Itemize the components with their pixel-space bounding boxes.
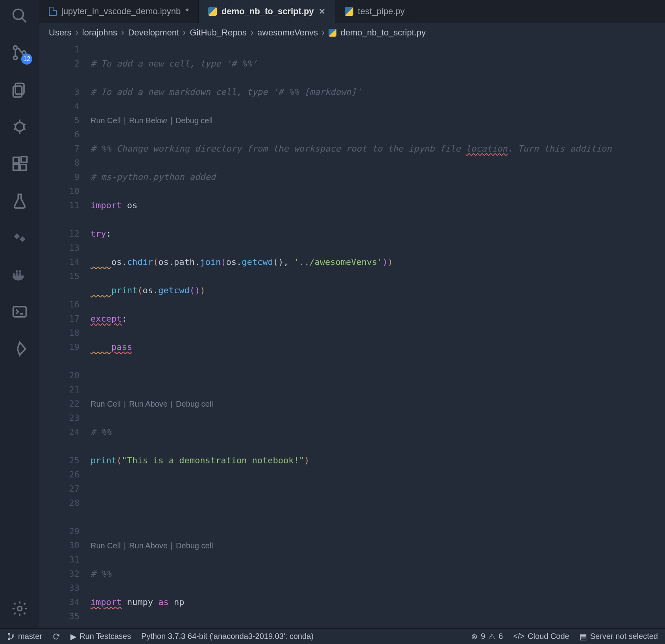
editor-area: jupyter_in_vscode_demo.ipynb* demo_nb_to…: [39, 0, 665, 628]
error-icon: ⊗: [471, 632, 478, 641]
run-testcases[interactable]: ▶ Run Testcases: [70, 632, 131, 641]
terminal-icon[interactable]: [11, 303, 28, 322]
code-line: os.chdir(os.path.join(os.getcwd(), '../a…: [91, 255, 665, 269]
code-line: import os: [91, 198, 665, 213]
code-content[interactable]: # To add a new cell, type '# %%' # To ad…: [91, 43, 665, 628]
jupyter-server[interactable]: ▤ Server not selected: [580, 632, 658, 641]
svg-rect-20: [19, 273, 21, 276]
tab-label: test_pipe.py: [358, 6, 405, 17]
activity-bar: 12: [0, 0, 39, 628]
beaker-icon[interactable]: [11, 192, 28, 211]
extensions-icon[interactable]: [11, 155, 28, 174]
codelens[interactable]: Run Cell|Run Below|Debug cell: [91, 113, 665, 128]
svg-point-7: [15, 122, 24, 131]
svg-point-24: [18, 607, 22, 611]
svg-point-25: [8, 633, 10, 635]
python-icon: [345, 7, 353, 16]
code-editor[interactable]: 1 2 3 4 5 6 7 8 9 10 11 12 13 14 15: [39, 43, 665, 628]
code-line: # ms-python.python added: [91, 170, 665, 184]
tab-test-pipe[interactable]: test_pipe.py: [335, 0, 415, 23]
status-bar: master ▶ Run Testcases Python 3.7.3 64-b…: [0, 628, 665, 644]
main-row: 12: [0, 0, 665, 628]
debug-icon[interactable]: [11, 118, 28, 137]
code-line: [91, 368, 665, 383]
code-line: # To add a new cell, type '# %%': [91, 57, 665, 71]
problems[interactable]: ⊗ 9 ⚠ 6: [471, 632, 503, 641]
kite-icon[interactable]: [11, 340, 28, 359]
cloud-code[interactable]: </> Cloud Code: [513, 632, 569, 641]
code-line: import numpy as np: [91, 595, 665, 609]
breadcrumb-seg[interactable]: GitHub_Repos: [190, 28, 246, 38]
close-icon[interactable]: ✕: [319, 7, 325, 16]
svg-rect-15: [13, 165, 19, 170]
svg-rect-5: [15, 83, 24, 94]
svg-rect-23: [13, 307, 26, 317]
code-line: # To add a new markdown cell, type '# %%…: [91, 85, 665, 99]
chevron-icon: ›: [121, 28, 124, 38]
svg-point-3: [13, 56, 17, 59]
docker-icon[interactable]: [11, 266, 28, 285]
code-line: [91, 482, 665, 496]
line-gutter: 1 2 3 4 5 6 7 8 9 10 11 12 13 14 15: [39, 43, 91, 628]
explorer-icon[interactable]: [11, 81, 28, 100]
svg-point-27: [12, 635, 14, 636]
svg-rect-21: [16, 270, 18, 273]
git-branch[interactable]: master: [7, 632, 42, 641]
modified-dot: *: [185, 6, 189, 17]
svg-line-1: [22, 18, 26, 22]
tab-label: jupyter_in_vscode_demo.ipynb: [61, 6, 181, 17]
svg-rect-17: [21, 157, 27, 163]
code-line: [91, 510, 665, 524]
python-icon: [208, 7, 217, 16]
code-line: # %%: [91, 425, 665, 439]
code-line: try:: [91, 227, 665, 241]
code-line: [91, 624, 665, 628]
tab-label: demo_nb_to_script.py: [222, 6, 314, 17]
svg-point-26: [8, 638, 10, 639]
search-icon[interactable]: [11, 7, 28, 26]
breadcrumb-seg[interactable]: lorajohns: [82, 28, 117, 38]
svg-rect-14: [13, 157, 19, 163]
breadcrumb-seg[interactable]: Development: [128, 28, 179, 38]
svg-rect-16: [20, 165, 26, 170]
scm-badge: 12: [21, 54, 32, 65]
code-icon: </>: [513, 632, 525, 641]
codelens[interactable]: Run Cell|Run Above|Debug cell: [91, 397, 665, 411]
chevron-icon: ›: [322, 28, 325, 38]
play-icon: ▶: [70, 632, 76, 641]
server-icon: ▤: [580, 632, 587, 641]
code-line: print("This is a demonstration notebook!…: [91, 453, 665, 468]
python-icon: [329, 29, 336, 37]
breadcrumb[interactable]: Users› lorajohns› Development› GitHub_Re…: [39, 23, 665, 43]
chevron-icon: ›: [251, 28, 253, 38]
app-root: 12: [0, 0, 665, 644]
svg-rect-6: [13, 86, 22, 97]
bookmark-icon[interactable]: [11, 229, 28, 248]
codelens[interactable]: Run Cell|Run Above|Debug cell: [91, 539, 665, 553]
code-line: print(os.getcwd()): [91, 283, 665, 298]
svg-rect-18: [13, 273, 16, 276]
tab-jupyter-ipynb[interactable]: jupyter_in_vscode_demo.ipynb*: [39, 0, 199, 23]
breadcrumb-seg[interactable]: Users: [49, 28, 71, 38]
code-line: # %%: [91, 567, 665, 581]
breadcrumb-seg[interactable]: awesomeVenvs: [257, 28, 318, 38]
chevron-icon: ›: [183, 28, 186, 38]
code-line: # %% Change working directory from the w…: [91, 142, 665, 156]
sync-icon[interactable]: [52, 633, 60, 640]
chevron-icon: ›: [75, 28, 78, 38]
breadcrumb-file[interactable]: demo_nb_to_script.py: [340, 28, 425, 38]
svg-rect-22: [19, 270, 21, 273]
svg-point-0: [13, 9, 24, 20]
tab-demo-script[interactable]: demo_nb_to_script.py ✕: [199, 0, 335, 23]
settings-gear-icon[interactable]: [11, 600, 28, 619]
file-icon: [49, 7, 57, 16]
svg-point-2: [13, 46, 17, 50]
code-line: except:: [91, 312, 665, 326]
code-line: pass: [91, 340, 665, 354]
svg-rect-19: [16, 273, 18, 276]
python-interpreter[interactable]: Python 3.7.3 64-bit ('anaconda3-2019.03'…: [141, 632, 314, 641]
tab-bar: jupyter_in_vscode_demo.ipynb* demo_nb_to…: [39, 0, 665, 23]
warning-icon: ⚠: [488, 632, 495, 641]
source-control-icon[interactable]: 12: [11, 44, 28, 63]
